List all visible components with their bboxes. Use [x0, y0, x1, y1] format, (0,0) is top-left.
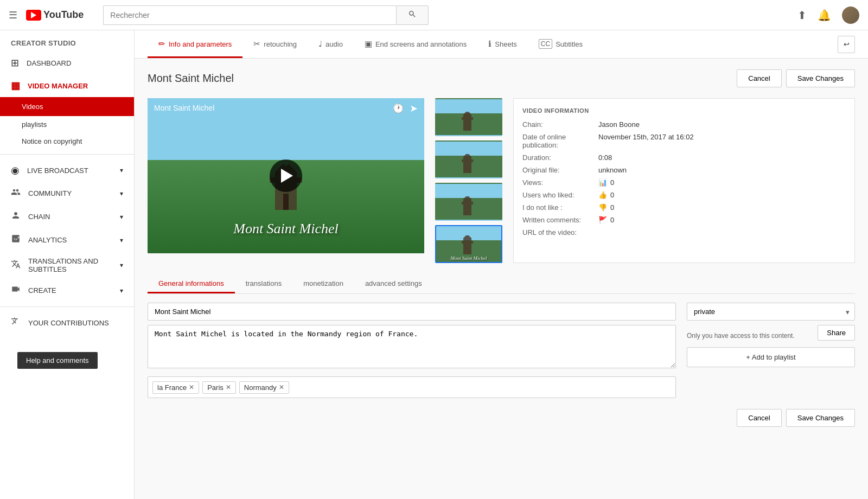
- svg-rect-1: [15, 238, 16, 241]
- sidebar-item-dashboard[interactable]: ⊞ DASHBOARD: [0, 52, 134, 74]
- sidebar-label-videos: Videos: [22, 103, 43, 111]
- info-duration: Duration: 0:08: [522, 153, 846, 162]
- sidebar-label-create: CREATE: [28, 286, 56, 295]
- video-info-title: VIDEO INFORMATION: [522, 107, 846, 114]
- thumbnail-3[interactable]: [435, 183, 502, 221]
- tab-end-screens-icon: ▣: [365, 39, 372, 49]
- tab-audio-icon: ♩: [318, 39, 322, 49]
- description-textarea[interactable]: Mont Saint Michel is located in the Norm…: [148, 325, 676, 368]
- tag-la-france-remove[interactable]: ✕: [189, 383, 194, 391]
- svg-rect-4: [283, 194, 289, 210]
- bell-icon[interactable]: 🔔: [818, 9, 831, 22]
- page-content: Mont Saint Michel Cancel Save Changes: [135, 59, 868, 443]
- chain-chevron: ▾: [120, 213, 123, 221]
- help-button[interactable]: Help and comments: [17, 352, 98, 369]
- thumbnail-2[interactable]: [435, 140, 502, 178]
- share-overlay-icon[interactable]: ➤: [410, 103, 418, 114]
- search-button[interactable]: [396, 5, 429, 25]
- hamburger-icon[interactable]: ☰: [9, 9, 17, 21]
- sidebar-item-community[interactable]: COMMUNITY ▾: [0, 182, 134, 205]
- title-input[interactable]: [148, 303, 676, 321]
- save-button-bottom[interactable]: Save Changes: [786, 409, 855, 427]
- dashboard-icon: ⊞: [11, 57, 19, 69]
- analytics-icon: [11, 234, 21, 246]
- svg-rect-2: [17, 236, 18, 241]
- date-label: Date of online publication:: [522, 133, 598, 149]
- sidebar-label-copyright: Notice on copyright: [22, 137, 82, 145]
- thumbnail-4[interactable]: Mont Saint Michel: [435, 225, 502, 263]
- tag-la-france-label: la France: [157, 383, 187, 392]
- subtab-translations[interactable]: translations: [235, 274, 292, 293]
- live-broadcast-icon: ◉: [11, 164, 20, 176]
- tab-info[interactable]: ✏ Info and parameters: [148, 30, 242, 58]
- search-input[interactable]: [103, 5, 396, 25]
- info-dislike: I do not like : 👎 0: [522, 203, 846, 212]
- duration-label: Duration:: [522, 153, 598, 162]
- tab-audio[interactable]: ♩ audio: [308, 30, 354, 58]
- logo-text: YouTube: [43, 9, 84, 21]
- thumbnail-1[interactable]: [435, 98, 502, 136]
- thumbnail-4-label: Mont Saint Michel: [436, 255, 501, 261]
- tab-sheets[interactable]: ℹ Sheets: [477, 30, 527, 58]
- logo[interactable]: YouTube: [26, 9, 84, 21]
- tab-subtitles-icon: CC: [539, 39, 552, 49]
- add-playlist-button[interactable]: + Add to playlist: [687, 347, 855, 367]
- info-liked: Users who liked: 👍 0: [522, 191, 846, 199]
- live-broadcast-chevron: ▾: [120, 167, 123, 174]
- sidebar-item-copyright[interactable]: Notice on copyright: [0, 133, 134, 150]
- search-bar: [103, 5, 429, 25]
- subtab-monetization[interactable]: monetization: [292, 274, 354, 293]
- sidebar-item-contributions[interactable]: YOUR CONTRIBUTIONS: [0, 311, 134, 335]
- share-button[interactable]: Share: [818, 325, 855, 341]
- upload-icon[interactable]: ⬆: [797, 9, 807, 22]
- help-container: Help and comments: [0, 335, 134, 386]
- sidebar-item-translations[interactable]: TRANSLATIONS AND SUBTITLES ▾: [0, 252, 134, 279]
- url-label: URL of the video:: [522, 228, 598, 236]
- community-chevron: ▾: [120, 190, 123, 197]
- subtab-advanced[interactable]: advanced settings: [354, 274, 433, 293]
- tab-sheets-icon: ℹ: [488, 39, 492, 49]
- flag-icon: 🚩: [598, 216, 607, 224]
- subtab-general[interactable]: General informations: [148, 274, 235, 293]
- content-area: ✏ Info and parameters ✂ retouching ♩ aud…: [135, 30, 868, 499]
- sidebar-divider-1: [0, 154, 134, 155]
- back-arrow-icon: ↩: [844, 40, 850, 48]
- sidebar-item-create[interactable]: CREATE ▾: [0, 279, 134, 302]
- tag-normandy-remove[interactable]: ✕: [279, 383, 284, 391]
- tab-end-screens[interactable]: ▣ End screens and annotations: [354, 30, 477, 58]
- form-left: Mont Saint Michel is located in the Norm…: [148, 303, 676, 398]
- video-player[interactable]: Mont Saint Michel 🕐 ➤ Mont Saint Michel: [148, 98, 424, 253]
- avatar[interactable]: [842, 7, 859, 24]
- play-button[interactable]: [270, 159, 302, 192]
- video-overlay-icons: 🕐 ➤: [392, 103, 418, 114]
- tag-paris-label: Paris: [207, 383, 224, 392]
- sidebar-item-videos[interactable]: Videos: [0, 97, 134, 116]
- privacy-note: Only you have access to this content.: [687, 332, 813, 340]
- info-url: URL of the video:: [522, 228, 846, 236]
- tab-subtitles[interactable]: CC Subtitles: [528, 30, 593, 58]
- thumb-up-icon: 👍: [598, 191, 607, 199]
- dislike-label: I do not like :: [522, 203, 598, 212]
- svg-marker-6: [462, 154, 473, 173]
- sidebar-item-video-manager[interactable]: ▦ VIDEO MANAGER: [0, 74, 134, 97]
- cancel-button-top[interactable]: Cancel: [737, 69, 781, 87]
- tab-retouching-icon: ✂: [253, 39, 260, 49]
- save-button-top[interactable]: Save Changes: [786, 69, 855, 87]
- tab-retouching[interactable]: ✂ retouching: [242, 30, 308, 58]
- clock-icon[interactable]: 🕐: [392, 103, 404, 114]
- sidebar-item-analytics[interactable]: ANALYTICS ▾: [0, 228, 134, 252]
- original-value: unknown: [598, 166, 627, 174]
- sidebar-label-analytics: ANALYTICS: [28, 236, 67, 244]
- tab-back-button[interactable]: ↩: [838, 36, 855, 53]
- cancel-button-bottom[interactable]: Cancel: [737, 409, 781, 427]
- create-chevron: ▾: [120, 287, 123, 295]
- video-manager-icon: ▦: [11, 80, 20, 92]
- sidebar-item-chain[interactable]: CHAIN ▾: [0, 205, 134, 228]
- page-header: Mont Saint Michel Cancel Save Changes: [148, 69, 855, 87]
- top-nav: ☰ YouTube ⬆ 🔔: [0, 0, 868, 30]
- sidebar-divider-2: [0, 306, 134, 307]
- privacy-select[interactable]: private public unlisted: [687, 303, 855, 321]
- sidebar-item-playlists[interactable]: playlists: [0, 116, 134, 133]
- tag-paris-remove[interactable]: ✕: [226, 383, 231, 391]
- sidebar-item-live-broadcast[interactable]: ◉ LIVE BROADCAST ▾: [0, 159, 134, 182]
